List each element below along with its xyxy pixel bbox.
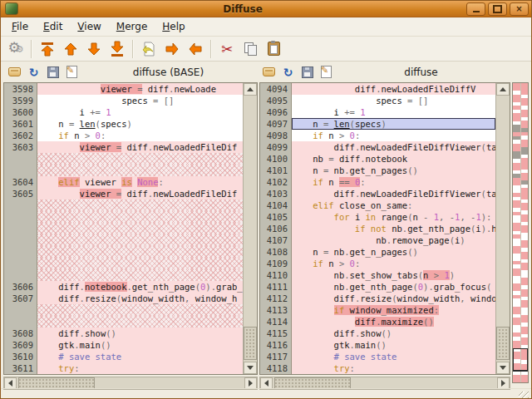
menu-item-edit[interactable]: Edit xyxy=(36,18,70,35)
code-line[interactable]: specs = [] xyxy=(37,95,243,106)
copy-button[interactable] xyxy=(239,38,262,60)
code-line[interactable]: viewer = diff.newLoadedFileDif xyxy=(37,141,243,153)
scroll-up-button[interactable] xyxy=(244,83,257,96)
last-difference-button[interactable] xyxy=(106,38,129,60)
code-line[interactable]: gtk.main() xyxy=(292,339,495,351)
menu-item-help[interactable]: Help xyxy=(155,18,192,35)
code-line[interactable]: nb.set_show_tabs(n > 1) xyxy=(292,269,495,281)
scroll-left-button[interactable] xyxy=(260,377,273,389)
copy-selection-left-button[interactable] xyxy=(184,38,207,60)
code-line[interactable]: diff.notebook.get_nth_page(0).grab_ xyxy=(37,281,243,293)
code-line[interactable] xyxy=(37,153,243,165)
code-line[interactable]: try: xyxy=(37,362,243,374)
save-file-button[interactable] xyxy=(46,66,60,79)
left-hscroll-thumb[interactable] xyxy=(18,377,95,389)
code-line[interactable]: i += 1 xyxy=(37,106,243,118)
menu-item-merge[interactable]: Merge xyxy=(109,18,155,35)
code-line[interactable]: viewer = diff.newLoadedFileDif xyxy=(37,188,243,200)
scroll-down-button[interactable] xyxy=(496,362,510,374)
code-line[interactable] xyxy=(37,200,243,211)
diff-map[interactable] xyxy=(512,82,529,383)
right-hscroll-thumb[interactable] xyxy=(274,377,351,389)
code-line[interactable]: n = nb.get_n_pages() xyxy=(292,165,495,176)
scroll-right-button[interactable] xyxy=(497,377,510,389)
code-line[interactable] xyxy=(37,258,243,269)
code-line[interactable]: n = len(specs) xyxy=(37,118,243,130)
code-line[interactable]: nb.get_nth_page(0).grab_focus( xyxy=(292,281,495,293)
code-line[interactable]: diff.show() xyxy=(37,328,243,339)
code-line[interactable]: diff.resize(window_width, windo xyxy=(292,293,495,304)
code-line[interactable] xyxy=(37,234,243,246)
right-vscroll-thumb[interactable] xyxy=(496,327,510,360)
code-line[interactable]: if n > 0: xyxy=(37,130,243,141)
reload-file-button[interactable]: ↻ xyxy=(27,66,41,79)
next-difference-button[interactable] xyxy=(82,38,106,60)
diff-map-viewport-indicator[interactable] xyxy=(513,348,528,372)
code-line[interactable]: elif viewer is None: xyxy=(37,176,243,188)
menu-item-file[interactable]: File xyxy=(4,18,36,35)
code-line[interactable]: for i in range(n - 1, -1, -1): xyxy=(292,211,495,223)
right-text-area[interactable]: diff.newLoadedFileDiffV specs = [] i += … xyxy=(292,83,495,374)
right-vertical-scrollbar[interactable] xyxy=(495,83,510,374)
code-line[interactable]: gtk.main() xyxy=(37,339,243,351)
previous-difference-button[interactable] xyxy=(59,38,82,60)
code-line[interactable]: viewer = diff.newLoade xyxy=(37,83,243,95)
cut-button[interactable]: ✂ xyxy=(215,38,239,60)
edit-file-button[interactable] xyxy=(65,66,79,79)
code-line[interactable] xyxy=(37,165,243,176)
scroll-up-button[interactable] xyxy=(496,83,510,96)
code-line[interactable] xyxy=(37,316,243,328)
diff-map-band xyxy=(513,298,520,306)
maximize-button[interactable] xyxy=(488,2,507,16)
code-line[interactable]: diff.newLoadedFileDiffViewer(ta xyxy=(292,141,495,153)
code-line[interactable] xyxy=(37,223,243,234)
minimize-button[interactable] xyxy=(466,2,485,16)
cut-icon: ✂ xyxy=(221,41,233,57)
scroll-right-button[interactable] xyxy=(244,377,257,389)
title-bar[interactable]: Diffuse × xyxy=(1,1,531,17)
code-line[interactable]: if n == 0: xyxy=(292,176,495,188)
save-file-button[interactable] xyxy=(300,66,314,79)
left-text-area[interactable]: viewer = diff.newLoade specs = [] i += 1… xyxy=(37,83,243,374)
paste-button[interactable] xyxy=(262,38,285,60)
code-line[interactable]: elif close_on_same: xyxy=(292,200,495,211)
code-line[interactable] xyxy=(37,246,243,258)
code-line[interactable]: if n > 0: xyxy=(292,130,495,141)
code-line[interactable]: # save state xyxy=(292,351,495,362)
reload-file-button[interactable]: ↻ xyxy=(281,66,295,79)
left-vscroll-thumb[interactable] xyxy=(244,327,257,360)
code-line[interactable]: diff.newLoadedFileDiffV xyxy=(292,83,495,95)
code-line[interactable]: nb = diff.notebook xyxy=(292,153,495,165)
code-line[interactable] xyxy=(37,269,243,281)
edit-file-button[interactable] xyxy=(319,66,333,79)
code-line[interactable]: # save state xyxy=(37,351,243,362)
code-line[interactable]: i += 1 xyxy=(292,106,495,118)
open-file-button[interactable] xyxy=(262,66,276,79)
copy-selection-right-button[interactable] xyxy=(160,38,184,60)
code-line[interactable]: n = len(specs) xyxy=(292,118,495,130)
code-line[interactable]: specs = [] xyxy=(292,95,495,106)
code-line[interactable]: try: xyxy=(292,362,495,374)
code-line[interactable]: if window_maximized: xyxy=(292,304,495,316)
first-difference-button[interactable] xyxy=(36,38,59,60)
gutter-line-number: 3602 xyxy=(4,130,37,141)
code-line[interactable]: diff.newLoadedFileDiffViewer(ta xyxy=(292,188,495,200)
code-line[interactable]: if n > 0: xyxy=(292,258,495,269)
code-line[interactable]: diff.resize(window_width, window_h xyxy=(37,293,243,304)
close-button[interactable]: × xyxy=(510,2,529,16)
code-line[interactable] xyxy=(37,304,243,316)
merge-from-left-button[interactable] xyxy=(137,38,160,60)
code-line[interactable]: n = nb.get_n_pages() xyxy=(292,246,495,258)
code-line[interactable]: if not nb.get_nth_page(i).h xyxy=(292,223,495,234)
code-line[interactable]: nb.remove_page(i) xyxy=(292,234,495,246)
scroll-left-button[interactable] xyxy=(4,377,17,389)
code-line[interactable]: diff.maximize() xyxy=(292,316,495,328)
realign-button[interactable]: ⚙⚙ xyxy=(4,38,27,60)
scroll-down-button[interactable] xyxy=(244,362,257,374)
code-line[interactable]: diff.show() xyxy=(292,328,495,339)
menu-item-view[interactable]: View xyxy=(70,18,108,35)
open-file-button[interactable] xyxy=(7,66,22,79)
resize-grip[interactable] xyxy=(519,392,529,399)
code-line[interactable] xyxy=(37,211,243,223)
left-vertical-scrollbar[interactable] xyxy=(243,83,257,374)
